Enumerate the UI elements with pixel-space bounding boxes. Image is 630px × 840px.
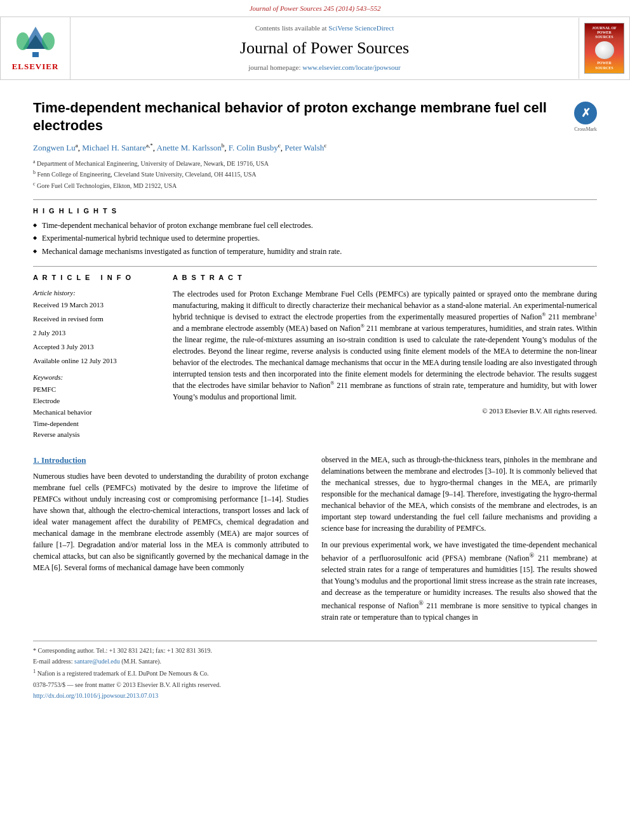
abstract-col: A B S T R A C T The electrodes used for … [173, 273, 597, 441]
body-section: 1. Introduction Numerous studies have be… [33, 454, 597, 628]
sciverse-line: Contents lists available at SciVerse Sci… [77, 23, 572, 34]
article-title: Time-dependent mechanical behavior of pr… [33, 99, 574, 135]
homepage-line: journal homepage: www.elsevier.com/locat… [77, 63, 572, 73]
main-content: Time-dependent mechanical behavior of pr… [0, 80, 630, 715]
showed-word: showed [573, 565, 597, 574]
elsevier-text: ELSEVIER [12, 61, 59, 73]
doi-line: http://dx.doi.org/10.1016/j.jpowsour.201… [33, 691, 597, 700]
keyword-reverse: Reverse analysis [33, 430, 160, 440]
footnote-email: E-mail address: santare@udel.edu (M.H. S… [33, 657, 597, 666]
journal-header: ELSEVIER Contents lists available at Sci… [0, 17, 630, 80]
elsevier-tree-icon [13, 23, 58, 58]
author-santare[interactable]: Michael H. Santare [82, 143, 146, 152]
highlight-item-3: Mechanical damage mechanisms investigate… [33, 246, 597, 257]
journal-logo-box: JOURNAL OFPOWERSOURCES POWERSOURCES [584, 23, 624, 74]
bottom-footnotes: * Corresponding author. Tel.: +1 302 831… [33, 641, 597, 700]
logo-icon [595, 41, 614, 59]
keywords-section: Keywords: PEMFC Electrode Mechanical beh… [33, 373, 160, 441]
issn-line: 0378-7753/$ — see front matter © 2013 El… [33, 681, 597, 690]
accepted-date: Accepted 3 July 2013 [33, 342, 160, 352]
logo-bottom-text: POWERSOURCES [595, 61, 613, 70]
crossmark-badge[interactable]: ✗ CrossMark [574, 102, 597, 133]
keyword-electrode: Electrode [33, 396, 160, 406]
revised-date: 2 July 2013 [33, 328, 160, 338]
keyword-timedependent: Time-dependent [33, 419, 160, 429]
body-right-para-2: In our previous experimental work, we ha… [321, 539, 597, 623]
abstract-copyright: © 2013 Elsevier B.V. All rights reserved… [173, 406, 597, 417]
keywords-label: Keywords: [33, 373, 160, 383]
email-link[interactable]: santare@udel.edu [74, 658, 120, 665]
footnote-corresponding: * Corresponding author. Tel.: +1 302 831… [33, 646, 597, 655]
crossmark-label: CrossMark [574, 126, 597, 133]
authors-line: Zongwen Lua, Michael H. Santarea,*, Anet… [33, 142, 597, 154]
author-walsh[interactable]: Peter Walsh [285, 143, 324, 152]
affiliation-a: a Department of Mechanical Engineering, … [33, 158, 597, 168]
history-label: Article history: [33, 288, 160, 298]
crossmark-icon: ✗ [574, 102, 597, 124]
available-online: Available online 12 July 2013 [33, 356, 160, 366]
author-karlsson[interactable]: Anette M. Karlsson [157, 143, 222, 152]
info-abstract-section: A R T I C L E I N F O Article history: R… [33, 273, 597, 441]
svg-point-3 [17, 32, 29, 50]
journal-info-bar: Journal of Power Sources 245 (2014) 543–… [0, 0, 630, 17]
intro-heading: 1. Introduction [33, 454, 309, 467]
divider-1 [33, 199, 597, 200]
received-date: Received 19 March 2013 [33, 300, 160, 310]
footnote-nafion: 1 Nafion is a registered trademark of E.… [33, 668, 597, 678]
intro-para-1: Numerous studies have been devoted to un… [33, 470, 309, 573]
author-busby[interactable]: F. Colin Busby [229, 143, 278, 152]
elsevier-logo: ELSEVIER [1, 17, 70, 79]
abstract-heading: A B S T R A C T [173, 273, 597, 283]
doi-link[interactable]: http://dx.doi.org/10.1016/j.jpowsour.201… [33, 692, 158, 699]
received-revised-label: Received in revised form [33, 314, 160, 324]
body-col-left: 1. Introduction Numerous studies have be… [33, 454, 309, 628]
journal-center-header: Contents lists available at SciVerse Sci… [70, 18, 579, 78]
highlights-section: H I G H L I G H T S Time-dependent mecha… [33, 206, 597, 257]
article-info-heading: A R T I C L E I N F O [33, 273, 160, 283]
article-info-col: A R T I C L E I N F O Article history: R… [33, 273, 160, 441]
svg-rect-0 [32, 52, 39, 57]
affiliations: a Department of Mechanical Engineering, … [33, 158, 597, 190]
divider-2 [33, 266, 597, 267]
homepage-link[interactable]: www.elsevier.com/locate/jpowsour [302, 63, 400, 71]
body-col-right: observed in the MEA, such as through-the… [321, 454, 597, 628]
keyword-mechanical: Mechanical behavior [33, 408, 160, 418]
logo-top-text: JOURNAL OFPOWERSOURCES [592, 26, 617, 40]
body-right-para-1: observed in the MEA, such as through-the… [321, 454, 597, 534]
highlight-item-1: Time-dependent mechanical behavior of pr… [33, 220, 597, 231]
journal-logo-right: JOURNAL OFPOWERSOURCES POWERSOURCES [579, 18, 629, 79]
author-lu[interactable]: Zongwen Lu [33, 143, 76, 152]
journal-title-banner: Journal of Power Sources [77, 36, 572, 60]
keyword-pemfc: PEMFC [33, 385, 160, 395]
highlight-item-2: Experimental-numerical hybrid technique … [33, 233, 597, 244]
sciverse-link[interactable]: SciVerse ScienceDirect [328, 24, 394, 32]
article-title-section: Time-dependent mechanical behavior of pr… [33, 99, 597, 135]
affiliation-b: b Fenn College of Engineering, Cleveland… [33, 169, 597, 179]
affiliation-c: c Gore Fuel Cell Technologies, Elkton, M… [33, 180, 597, 190]
svg-point-4 [42, 32, 55, 50]
journal-citation: Journal of Power Sources 245 (2014) 543–… [250, 4, 381, 12]
abstract-text: The electrodes used for Proton Exchange … [173, 288, 597, 403]
highlights-heading: H I G H L I G H T S [33, 206, 597, 217]
